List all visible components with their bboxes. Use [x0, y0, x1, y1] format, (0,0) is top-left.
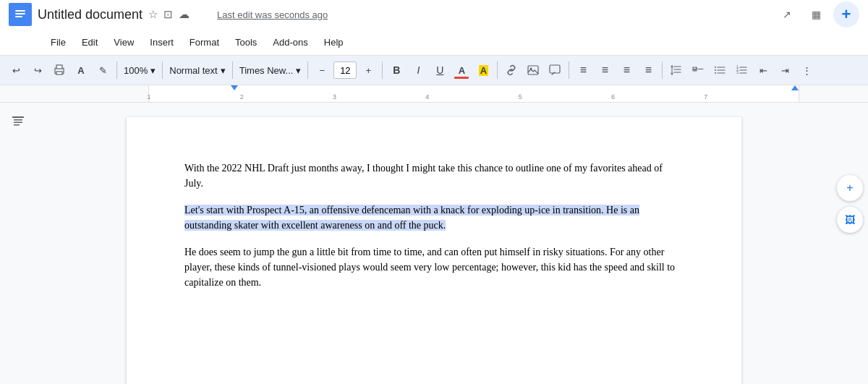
paragraph-2: Let's start with Prospect A-15, an offen… [184, 202, 684, 233]
divider-4 [307, 61, 308, 79]
header-right: ↗ ▦ + [775, 1, 859, 27]
zoom-selector[interactable]: 100% ▾ [121, 60, 158, 80]
paragraph-2-text: Let's start with Prospect A-15, an offen… [184, 205, 639, 231]
svg-rect-5 [56, 65, 62, 69]
more-options-button[interactable]: ⋮ [796, 60, 817, 80]
ruler-mark-2: 2 [240, 93, 244, 101]
image-button[interactable] [523, 60, 543, 80]
comment-button[interactable] [545, 60, 565, 80]
font-selector[interactable]: Times New... ▾ [237, 60, 305, 80]
svg-rect-9 [550, 65, 560, 73]
svg-rect-3 [15, 16, 22, 17]
ruler-mark-3: 3 [333, 93, 336, 101]
print-button[interactable] [49, 60, 69, 80]
style-arrow: ▾ [221, 65, 226, 76]
title-bar: Untitled document ☆ ⊡ ☁ Last edit was se… [0, 0, 868, 29]
font-size-input[interactable] [333, 61, 357, 79]
svg-rect-27 [12, 116, 24, 118]
menu-tools[interactable]: Tools [228, 34, 264, 51]
right-panel: + 🖼 [832, 103, 868, 384]
paragraph-3-text: He does seem to jump the gun a little bi… [184, 247, 675, 288]
cloud-icon[interactable]: ☁ [179, 8, 190, 21]
svg-rect-29 [14, 122, 22, 124]
spellcheck-button[interactable]: A [71, 60, 91, 80]
divider-1 [116, 61, 117, 79]
svg-point-15 [715, 67, 716, 68]
zoom-arrow: ▾ [150, 65, 156, 76]
indent-increase-button[interactable]: ⇥ [775, 60, 795, 80]
svg-point-17 [715, 72, 716, 74]
paragraph-1-text: With the 2022 NHL Draft just months away… [184, 163, 663, 189]
doc-title[interactable]: Untitled document [38, 7, 142, 22]
bold-button[interactable]: B [386, 60, 407, 80]
paragraph-3: He does seem to jump the gun a little bi… [184, 244, 684, 290]
toolbar: ↩ ↪ A ✎ 100% ▾ Normal text ▾ Times New..… [0, 55, 868, 85]
style-label: Normal text [169, 65, 217, 76]
checklist-button[interactable] [688, 60, 708, 80]
divider-7 [569, 61, 569, 79]
paragraph-1: With the 2022 NHL Draft just months away… [184, 161, 684, 191]
menu-help[interactable]: Help [317, 34, 351, 51]
divider-3 [232, 61, 233, 79]
text-color-button[interactable]: A [451, 60, 472, 80]
undo-button[interactable]: ↩ [6, 60, 26, 80]
ruler: 1 2 3 4 5 6 7 [0, 85, 868, 103]
paint-format-button[interactable]: ✎ [93, 60, 113, 80]
main-area: With the 2022 NHL Draft just months away… [0, 103, 868, 384]
link-button[interactable] [501, 60, 522, 80]
menu-file[interactable]: File [43, 34, 73, 51]
svg-rect-6 [56, 72, 62, 74]
menu-edit[interactable]: Edit [75, 34, 105, 51]
ruler-mark-4: 4 [425, 93, 429, 101]
bullet-list-button[interactable] [710, 60, 730, 80]
divider-8 [662, 61, 663, 79]
svg-rect-2 [15, 13, 25, 14]
chart-icon[interactable]: ↗ [775, 3, 799, 26]
svg-rect-1 [15, 10, 25, 12]
folder-icon[interactable]: ⊡ [163, 8, 173, 21]
comments-icon[interactable]: ▦ [804, 3, 827, 26]
align-center-button[interactable]: ≡ [595, 60, 615, 80]
italic-button[interactable]: I [408, 60, 428, 80]
menu-format[interactable]: Format [182, 34, 226, 51]
divider-5 [382, 61, 383, 79]
doc-page[interactable]: With the 2022 NHL Draft just months away… [127, 117, 741, 384]
ruler-mark-5: 5 [519, 93, 522, 101]
align-justify-button[interactable]: ≡ [638, 60, 658, 80]
last-edit-text: Last edit was seconds ago [217, 9, 328, 20]
ruler-mark-1: 1 [147, 93, 150, 101]
svg-rect-28 [14, 119, 22, 121]
redo-button[interactable]: ↪ [27, 60, 48, 80]
menu-insert[interactable]: Insert [142, 34, 181, 51]
ruler-mark-6: 6 [611, 93, 615, 101]
menu-bar: File Edit View Insert Format Tools Add-o… [0, 29, 868, 55]
indent-decrease-button[interactable]: ⇤ [753, 60, 773, 80]
font-label: Times New... [239, 65, 294, 76]
share-button[interactable]: + [833, 1, 859, 27]
divider-6 [497, 61, 498, 79]
doc-area: With the 2022 NHL Draft just months away… [36, 103, 832, 384]
image-panel-button[interactable]: 🖼 [837, 207, 863, 233]
svg-rect-30 [14, 124, 20, 126]
divider-2 [162, 61, 163, 79]
highlight-button[interactable]: A [473, 60, 493, 80]
outline-button[interactable] [8, 111, 28, 132]
svg-rect-7 [528, 66, 538, 74]
align-right-button[interactable]: ≡ [616, 60, 637, 80]
star-icon[interactable]: ☆ [148, 8, 158, 21]
align-left-button[interactable]: ≡ [573, 60, 593, 80]
ruler-inner: 1 2 3 4 5 6 7 [148, 85, 799, 102]
line-spacing-button[interactable] [666, 60, 686, 80]
menu-addons[interactable]: Add-ons [265, 34, 315, 51]
font-arrow: ▾ [296, 65, 301, 76]
underline-button[interactable]: U [430, 60, 450, 80]
menu-view[interactable]: View [106, 34, 141, 51]
num-list-button[interactable]: 1.2.3. [731, 60, 752, 80]
ruler-mark-7: 7 [704, 93, 707, 101]
app-icon [9, 3, 32, 26]
font-size-increase[interactable]: + [358, 60, 378, 80]
style-selector[interactable]: Normal text ▾ [166, 60, 228, 80]
add-note-button[interactable]: + [837, 175, 863, 201]
sidebar-outline [0, 103, 36, 384]
font-size-decrease[interactable]: − [312, 60, 332, 80]
